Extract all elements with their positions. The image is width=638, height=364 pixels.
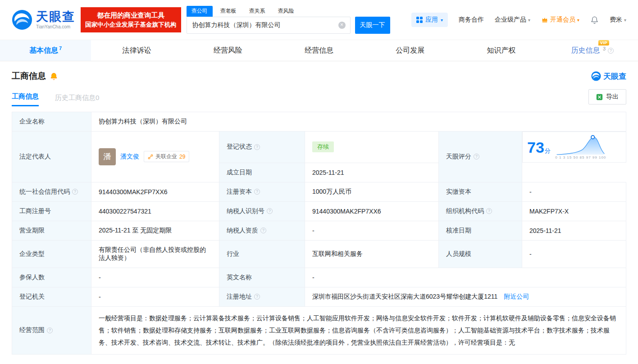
help-icon[interactable]: ? — [47, 328, 53, 333]
business-scope-label: 经营范围? — [12, 306, 91, 354]
logo-text: 天眼查 — [36, 10, 75, 23]
search-tab-relation[interactable]: 查关系 — [244, 6, 270, 17]
tianyancha-logo[interactable]: 天眼查 TianYanCha.com — [12, 9, 75, 30]
help-icon[interactable]: ? — [474, 154, 479, 159]
enterprise-products-link[interactable]: 企业级产品 ▾ — [495, 16, 530, 24]
search-tab-risk[interactable]: 查风险 — [273, 6, 299, 17]
help-icon[interactable]: ? — [254, 144, 260, 150]
establish-date-value: 2025-11-21 — [305, 163, 439, 182]
business-scope-value: 一般经营项目是：数据处理服务；云计算装备技术服务；云计算设备销售；人工智能应用软… — [91, 306, 626, 354]
vip-badge: VIP — [598, 40, 609, 46]
tab-company-development[interactable]: 公司发展 — [365, 40, 456, 61]
staff-size-value: - — [522, 240, 626, 268]
org-code-label: 组织机构代码? — [439, 201, 522, 221]
help-icon[interactable]: ? — [267, 208, 273, 214]
tab-basic-info[interactable]: 基本信息 7 — [0, 40, 91, 61]
search-tab-company[interactable]: 查公司 — [187, 6, 213, 17]
brand-slogan-badge: 都在用的商业查询工具 国家中小企业发展子基金旗下机构 — [81, 7, 181, 32]
reg-number-value: 440300227547321 — [91, 201, 219, 221]
business-term-value: 2025-11-21 至 无固定期限 — [91, 221, 219, 240]
header-right-menu: 应用 ▾ 商务合作 企业级产品 ▾ 开通会员 ▾ 费米 ▾ — [411, 13, 626, 27]
legal-rep-link[interactable]: 潘文俊 — [120, 153, 139, 161]
company-nav-tabs: 基本信息 7 法律诉讼 经营风险 经营信息 公司发展 知识产权 VIP 历史信息… — [0, 40, 638, 61]
subtab-business-info[interactable]: 工商信息 — [12, 92, 39, 106]
address-label: 注册地址? — [219, 287, 305, 306]
export-button[interactable]: 导出 — [588, 89, 626, 105]
search-tab-boss[interactable]: 查老板 — [215, 6, 242, 17]
table-row: 工商注册号 440300227547321 纳税人识别号? 91440300MA… — [12, 201, 626, 221]
table-row: 企业名称 协创算力科技（深圳）有限公司 — [12, 112, 626, 132]
avatar[interactable]: 潘 — [99, 148, 116, 165]
tianyancha-logo-icon — [591, 71, 601, 81]
taxpayer-id-label: 纳税人识别号? — [219, 201, 305, 221]
chevron-down-icon: ▾ — [528, 18, 530, 23]
taxpayer-quality-value: - — [305, 221, 439, 240]
chevron-down-icon: ▾ — [441, 18, 443, 23]
table-row: 参保人数 - 英文名称 - — [12, 268, 626, 287]
company-type-value: 有限责任公司（非自然人投资或控股的法人独资） — [91, 240, 219, 268]
help-icon[interactable]: ? — [72, 189, 78, 195]
tab-operation-risk[interactable]: 经营风险 — [182, 40, 273, 61]
address-cell: 深圳市福田区沙头街道天安社区深南大道6023号耀华创建大厦1211附近公司 — [305, 287, 626, 306]
help-icon[interactable]: ? — [608, 48, 614, 54]
apps-button[interactable]: 应用 ▾ — [411, 13, 448, 27]
insured-value: - — [91, 268, 219, 287]
related-companies-badge[interactable]: 关联企业 29 — [144, 151, 189, 162]
reg-status-label: 登记状态? — [219, 132, 305, 163]
company-name-value: 协创算力科技（深圳）有限公司 — [91, 112, 626, 132]
business-info-section: 工商信息 天眼查 工商信息 历史工商信息0 导出 企业名称 协创算力科技（深圳）… — [0, 70, 638, 355]
company-type-label: 企业类型 — [12, 240, 91, 268]
credit-code-value: 91440300MAK2FP7XX6 — [91, 182, 219, 201]
paid-capital-value: - — [522, 182, 626, 201]
business-term-label: 营业期限 — [12, 221, 91, 240]
score-curve-chart: 0 1 3 15 50 85 97 99 100 — [554, 135, 607, 159]
search-button[interactable]: 天眼一下 — [355, 17, 390, 34]
table-row: 法定代表人 潘 潘文俊 关联企业 29 登记状态? — [12, 132, 626, 163]
legal-rep-label: 法定代表人 — [12, 132, 91, 182]
search-input-wrap: × — [187, 17, 351, 34]
excel-icon — [596, 94, 603, 100]
establish-date-label: 成立日期 — [219, 163, 305, 182]
approval-date-value: 2025-11-21 — [522, 221, 626, 240]
tab-legal-proceedings[interactable]: 法律诉讼 — [91, 40, 182, 61]
table-row: 经营范围? 一般经营项目是：数据处理服务；云计算装备技术服务；云计算设备销售；人… — [12, 306, 626, 354]
subtab-history-business-info[interactable]: 历史工商信息0 — [55, 94, 99, 106]
top-header: 天眼查 TianYanCha.com 都在用的商业查询工具 国家中小企业发展子基… — [0, 0, 638, 40]
company-name-label: 企业名称 — [12, 112, 91, 132]
help-icon[interactable]: ? — [486, 208, 492, 214]
tab-history-info[interactable]: VIP 历史信息 3 ? — [547, 40, 638, 61]
taxpayer-quality-label: 纳税人资质? — [219, 221, 305, 240]
tab-operation-info[interactable]: 经营信息 — [273, 40, 365, 61]
search-tabs: 查公司 查老板 查关系 查风险 — [187, 6, 390, 17]
help-icon[interactable]: ? — [260, 228, 266, 233]
monitor-bell-icon[interactable] — [50, 72, 58, 81]
section-title: 工商信息 — [12, 70, 46, 82]
english-name-label: 英文名称 — [219, 268, 305, 287]
tab-count: 7 — [59, 46, 62, 51]
tianyan-score-cell[interactable]: 73分 0 1 3 15 50 85 97 99 100 — [522, 132, 626, 163]
address-value: 深圳市福田区沙头街道天安社区深南大道6023号耀华创建大厦1211 — [312, 293, 497, 300]
clear-icon[interactable]: × — [338, 22, 346, 29]
search-input[interactable] — [187, 17, 350, 33]
nearby-companies-link[interactable]: 附近公司 — [504, 293, 529, 300]
notification-bell-icon[interactable] — [590, 16, 599, 24]
open-vip-link[interactable]: 开通会员 ▾ — [541, 16, 579, 24]
help-icon[interactable]: ? — [254, 189, 260, 195]
tab-intellectual-property[interactable]: 知识产权 — [456, 40, 547, 61]
table-row: 企业类型 有限责任公司（非自然人投资或控股的法人独资） 行业 互联网和相关服务 … — [12, 240, 626, 268]
tianyancha-watermark: 天眼查 — [591, 71, 626, 82]
slogan-line2: 国家中小企业发展子基金旗下机构 — [85, 20, 177, 29]
reg-capital-value: 1000万人民币 — [305, 182, 439, 201]
english-name-value: - — [305, 268, 626, 287]
logo-subtext: TianYanCha.com — [36, 24, 75, 29]
reg-capital-label: 注册资本? — [219, 182, 305, 201]
user-menu[interactable]: 费米 ▾ — [610, 16, 626, 24]
reg-number-label: 工商注册号 — [12, 201, 91, 221]
related-count: 29 — [179, 154, 185, 160]
chevron-down-icon: ▾ — [624, 18, 626, 23]
business-cooperation-link[interactable]: 商务合作 — [459, 16, 484, 24]
status-badge: 存续 — [312, 141, 334, 152]
insured-label: 参保人数 — [12, 268, 91, 287]
help-icon[interactable]: ? — [254, 294, 260, 300]
industry-value: 互联网和相关服务 — [305, 240, 439, 268]
